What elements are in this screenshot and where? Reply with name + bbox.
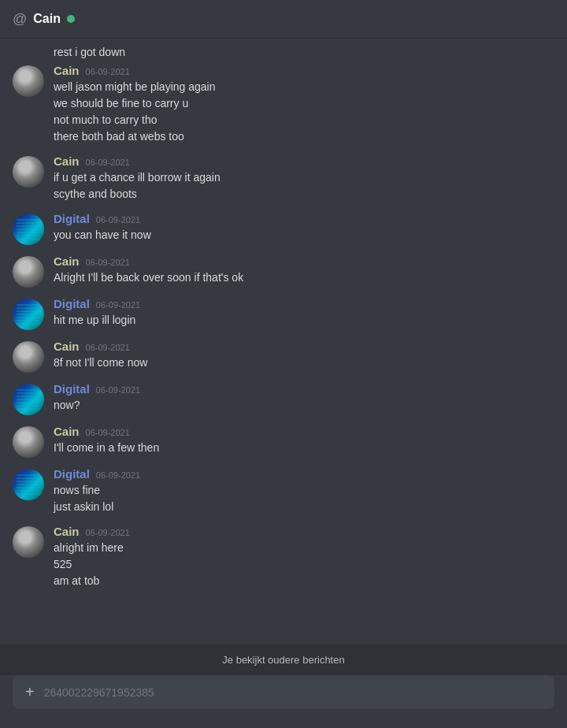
timestamp: 06-09-2021 <box>86 428 130 437</box>
username: Digital <box>54 297 90 310</box>
username: Cain <box>54 525 80 538</box>
username: Cain <box>54 340 80 353</box>
timestamp: 06-09-2021 <box>96 470 140 480</box>
message-line: well jason might be playing again <box>54 79 554 95</box>
message-header: Digital06-09-2021 <box>54 467 554 481</box>
avatar <box>13 65 44 97</box>
message-header: Cain06-09-2021 <box>54 340 554 353</box>
username: Cain <box>54 254 80 268</box>
username: Digital <box>54 467 90 481</box>
message-line: Alright I'll be back over soon if that's… <box>54 269 554 286</box>
message-header: Digital06-09-2021 <box>54 212 554 225</box>
at-symbol: @ <box>13 11 27 28</box>
username: Cain <box>54 64 80 77</box>
avatar <box>13 299 44 330</box>
message-content: Digital06-09-2021now? <box>54 382 554 415</box>
timestamp: 06-09-2021 <box>86 528 130 537</box>
avatar <box>13 469 44 500</box>
avatar <box>13 426 44 458</box>
message-group: Cain06-09-2021Alright I'll be back over … <box>13 251 554 291</box>
message-line: just askin lol <box>54 499 554 515</box>
avatar <box>13 526 44 558</box>
message-group: Digital06-09-2021you can have it now <box>13 209 554 248</box>
message-line: scythe and boots <box>54 186 554 202</box>
avatar <box>13 156 44 188</box>
message-content: Cain06-09-20218f not I'll come now <box>54 340 554 373</box>
username: Digital <box>54 212 90 225</box>
message-header: Cain06-09-2021 <box>54 154 554 168</box>
message-line: 525 <box>54 556 554 573</box>
message-group: Cain06-09-2021if u get a chance ill borr… <box>13 151 554 206</box>
message-line: I'll come in a few then <box>54 440 554 456</box>
message-line: 8f not I'll come now <box>54 355 554 371</box>
message-group: Cain06-09-2021I'll come in a few then <box>13 422 554 461</box>
message-header: Digital06-09-2021 <box>54 382 554 396</box>
timestamp: 06-09-2021 <box>96 300 140 310</box>
message-content: Digital06-09-2021nows finejust askin lol <box>54 467 554 515</box>
message-content: Cain06-09-2021well jason might be playin… <box>54 64 554 145</box>
message-header: Cain06-09-2021 <box>54 64 554 77</box>
username: Cain <box>54 154 80 168</box>
timestamp: 06-09-2021 <box>86 258 130 267</box>
message-line: if u get a chance ill borrow it again <box>54 169 554 186</box>
message-content: Cain06-09-2021alright im here525am at to… <box>54 525 554 589</box>
timestamp: 06-09-2021 <box>96 385 140 395</box>
message-header: Cain06-09-2021 <box>54 525 554 538</box>
message-header: Digital06-09-2021 <box>54 297 554 310</box>
username: Cain <box>54 425 80 438</box>
message-content: Digital06-09-2021you can have it now <box>54 212 554 245</box>
avatar <box>13 341 44 373</box>
channel-header: @ Cain <box>0 0 567 38</box>
timestamp: 06-09-2021 <box>96 215 140 225</box>
message-header: Cain06-09-2021 <box>54 254 554 268</box>
message-group: Cain06-09-20218f not I'll come now <box>13 336 554 376</box>
avatar <box>13 256 44 288</box>
message-content: Digital06-09-2021hit me up ill login <box>54 297 554 330</box>
message-group: Digital06-09-2021nows finejust askin lol <box>13 464 554 518</box>
message-group: Cain06-09-2021well jason might be playin… <box>13 61 554 148</box>
messages-container[interactable]: rest i got down Cain06-09-2021well jason… <box>0 38 567 644</box>
message-line: nows fine <box>54 482 554 499</box>
message-content: Cain06-09-2021if u get a chance ill borr… <box>54 154 554 202</box>
message-line: you can have it now <box>54 227 554 243</box>
message-line: we should be fine to carry u <box>54 95 554 112</box>
avatar <box>13 214 44 245</box>
online-status-dot <box>67 15 75 23</box>
message-header: Cain06-09-2021 <box>54 425 554 438</box>
message-continuation-top: rest i got down <box>13 44 554 61</box>
message-group: Cain06-09-2021alright im here525am at to… <box>13 522 554 592</box>
old-messages-banner: Je bekijkt oudere berichten <box>0 644 567 675</box>
message-group: Digital06-09-2021hit me up ill login <box>13 294 554 333</box>
message-line: am at tob <box>54 573 554 589</box>
message-group: Digital06-09-2021now? <box>13 379 554 418</box>
message-line: hit me up ill login <box>54 312 554 329</box>
channel-name: Cain <box>33 12 61 26</box>
message-line: alright im here <box>54 540 554 556</box>
message-input-bar[interactable]: + 264002229671952385 <box>13 675 554 709</box>
banner-text: Je bekijkt oudere berichten <box>222 654 344 666</box>
message-text: rest i got down <box>54 46 125 58</box>
timestamp: 06-09-2021 <box>86 158 130 167</box>
username: Digital <box>54 382 90 396</box>
message-content: Cain06-09-2021Alright I'll be back over … <box>54 254 554 288</box>
message-line: now? <box>54 397 554 414</box>
add-attachment-icon[interactable]: + <box>25 683 35 701</box>
timestamp: 06-09-2021 <box>86 343 130 352</box>
timestamp: 06-09-2021 <box>86 67 130 76</box>
message-line: there both bad at webs too <box>54 128 554 145</box>
message-line: not much to carry tho <box>54 112 554 128</box>
input-placeholder: 264002229671952385 <box>44 686 154 699</box>
message-content: Cain06-09-2021I'll come in a few then <box>54 425 554 458</box>
avatar <box>13 384 44 415</box>
